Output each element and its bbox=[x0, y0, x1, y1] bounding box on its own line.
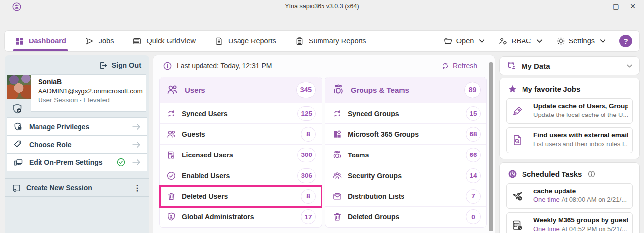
jobs-icon bbox=[85, 37, 94, 46]
tab-label: Usage Reports bbox=[228, 37, 276, 45]
card-title: Users bbox=[185, 86, 205, 94]
close-button[interactable]: ✕ bbox=[627, 1, 638, 11]
list-clock-icon bbox=[511, 219, 523, 231]
users-card-header[interactable]: Users 345 bbox=[160, 77, 322, 103]
scheduled-tasks-card: Scheduled Tasks cache update One timeAt … bbox=[500, 163, 639, 233]
settings-button[interactable]: Settings bbox=[556, 37, 607, 46]
favorite-job-item[interactable]: Update cache of Users, Groups... Update … bbox=[506, 98, 633, 124]
kebab-menu-icon[interactable]: ⋮ bbox=[130, 183, 144, 193]
my-data-card[interactable]: My Data bbox=[500, 57, 639, 75]
info-icon[interactable] bbox=[588, 170, 595, 178]
groups-teams-card-header[interactable]: Groups & Teams 89 bbox=[325, 77, 486, 103]
create-new-session-button[interactable]: Create New Session ⋮ bbox=[5, 178, 149, 197]
maximize-button[interactable]: ▢ bbox=[610, 1, 621, 11]
sign-out-button[interactable]: Sign Out bbox=[5, 55, 149, 75]
m365-groups-row[interactable]: Microsoft 365 Groups 68 bbox=[325, 123, 486, 144]
tab-quick-gridview[interactable]: Quick GridView bbox=[132, 31, 196, 51]
row-count: 68 bbox=[466, 127, 481, 142]
vertical-scrollbar[interactable] bbox=[489, 59, 493, 233]
scheduled-tasks-title: Scheduled Tasks bbox=[522, 170, 582, 178]
global-administrators-row[interactable]: Global Administrators 17 bbox=[160, 206, 322, 227]
row-label: Synced Groups bbox=[348, 110, 399, 117]
last-updated-text: Last updated: Today, 12:31 PM bbox=[177, 62, 272, 70]
row-count: 17 bbox=[301, 209, 316, 224]
refresh-label: Refresh bbox=[453, 62, 477, 70]
tab-summary-reports[interactable]: Summary Reports bbox=[295, 31, 366, 51]
arrow-right-icon bbox=[131, 121, 142, 132]
pen-icon bbox=[511, 105, 523, 117]
task-schedule: One timeAt 08:00 AM on 2/21/... bbox=[533, 196, 627, 203]
row-label: Guests bbox=[182, 130, 205, 138]
card-count-badge: 89 bbox=[464, 82, 481, 98]
teams-row[interactable]: Teams 66 bbox=[325, 144, 486, 165]
tab-jobs[interactable]: Jobs bbox=[85, 31, 114, 51]
settings-label: Settings bbox=[569, 37, 595, 45]
row-label: Enabled Users bbox=[182, 172, 230, 180]
session-menu: Manage Privileges Choose Role bbox=[7, 118, 147, 171]
document-search-icon bbox=[511, 134, 523, 146]
job-subtitle: Update the local cache of the U... bbox=[533, 111, 628, 118]
license-icon bbox=[166, 150, 176, 160]
m365-groups-icon bbox=[332, 129, 342, 139]
deleted-groups-row[interactable]: Deleted Groups 0 bbox=[325, 206, 486, 227]
chevron-down-icon bbox=[477, 37, 486, 46]
task-title: Weekly M365 groups by guest... bbox=[533, 216, 628, 224]
favorite-jobs-card: My favorite Jobs Update cache of Users, … bbox=[500, 78, 639, 159]
open-label: Open bbox=[456, 37, 474, 45]
rbac-icon bbox=[498, 37, 508, 46]
choose-role-item[interactable]: Choose Role bbox=[7, 135, 147, 154]
distribution-lists-row[interactable]: Distribution Lists 7 bbox=[325, 186, 486, 206]
guests-row[interactable]: Guests 8 bbox=[160, 123, 322, 144]
tab-label: Summary Reports bbox=[309, 37, 366, 45]
row-count: 7 bbox=[466, 189, 481, 204]
scheduled-task-item[interactable]: Weekly M365 groups by guest... One timeA… bbox=[506, 212, 633, 233]
row-count: 15 bbox=[466, 106, 481, 121]
session-sidebar: Sign Out SoniaB AADMIN1@sygx2.onmicrosof… bbox=[5, 55, 149, 233]
sign-out-icon bbox=[98, 61, 108, 70]
row-count: 0 bbox=[466, 209, 481, 224]
info-icon bbox=[163, 61, 172, 71]
favorite-job-item[interactable]: Find users with external email ... List … bbox=[506, 127, 633, 153]
minimize-button[interactable]: – bbox=[594, 1, 604, 11]
row-label: Security Groups bbox=[348, 172, 402, 180]
trash-icon bbox=[166, 192, 176, 201]
shield-check-icon bbox=[11, 103, 23, 115]
scheduled-task-item[interactable]: cache update One timeAt 08:00 AM on 2/21… bbox=[506, 183, 633, 209]
row-count: 125 bbox=[297, 106, 316, 121]
window-title: Ytria sapio365 v3.0.3 (x64) bbox=[0, 3, 644, 10]
titlebar: Ytria sapio365 v3.0.3 (x64) – ▢ ✕ bbox=[0, 0, 644, 14]
sign-out-label: Sign Out bbox=[112, 61, 141, 69]
tab-usage-reports[interactable]: Usage Reports bbox=[214, 31, 276, 51]
synced-users-row[interactable]: Synced Users 125 bbox=[160, 103, 322, 123]
groups-teams-card: Groups & Teams 89 Synced Groups 15 bbox=[325, 77, 487, 228]
deleted-users-row[interactable]: Deleted Users 8 bbox=[160, 186, 322, 206]
user-avatar[interactable] bbox=[7, 75, 31, 99]
rbac-button[interactable]: RBAC bbox=[498, 37, 544, 46]
security-groups-icon bbox=[332, 171, 342, 181]
sync-icon bbox=[166, 109, 176, 118]
summary-reports-icon bbox=[295, 37, 304, 46]
card-title: Groups & Teams bbox=[351, 86, 409, 94]
trash-icon bbox=[332, 212, 342, 222]
row-count: 14 bbox=[466, 168, 481, 183]
tab-label: Quick GridView bbox=[146, 37, 196, 45]
security-groups-row[interactable]: Security Groups 14 bbox=[325, 165, 486, 186]
licensed-users-row[interactable]: Licensed Users 300 bbox=[160, 144, 322, 165]
tab-dashboard[interactable]: Dashboard bbox=[15, 31, 66, 51]
user-name: SoniaB bbox=[31, 78, 146, 86]
synced-groups-row[interactable]: Synced Groups 15 bbox=[325, 103, 486, 123]
row-count: 8 bbox=[301, 127, 316, 142]
scrollbar-thumb[interactable] bbox=[489, 62, 493, 231]
help-button[interactable]: ? bbox=[619, 35, 632, 47]
refresh-button[interactable]: Refresh bbox=[442, 62, 477, 70]
tab-label: Dashboard bbox=[29, 37, 66, 45]
open-button[interactable]: Open bbox=[443, 37, 486, 46]
chevron-down-icon[interactable] bbox=[626, 62, 633, 70]
row-label: Licensed Users bbox=[182, 151, 233, 159]
task-title: cache update bbox=[533, 187, 627, 194]
edit-onprem-settings-item[interactable]: Edit On-Prem Settings bbox=[7, 153, 147, 171]
tab-label: Jobs bbox=[99, 37, 114, 45]
enabled-users-row[interactable]: Enabled Users 306 bbox=[160, 165, 322, 186]
manage-privileges-item[interactable]: Manage Privileges bbox=[7, 117, 147, 136]
gridview-icon bbox=[132, 37, 142, 46]
